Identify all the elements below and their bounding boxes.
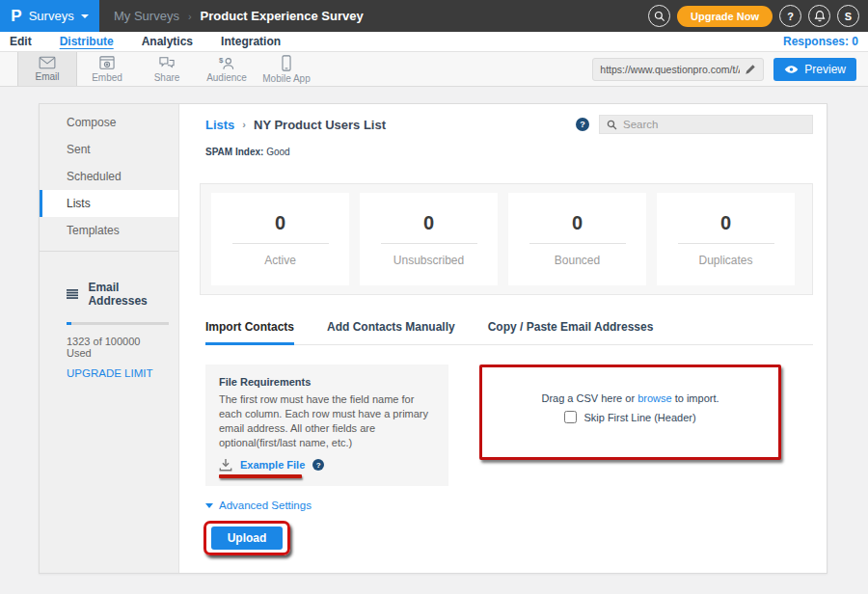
annotation-red-box: Upload [203, 521, 290, 555]
stat-card-bounced: 0 Bounced [508, 193, 646, 285]
stat-divider [381, 243, 477, 244]
email-usage-progressbar [67, 322, 169, 325]
import-text: to import. [675, 392, 719, 404]
bell-icon [814, 10, 826, 22]
annotation-red-underline [219, 474, 302, 478]
skip-first-line-label: Skip First Line (Header) [583, 412, 695, 423]
survey-breadcrumb: My Surveys › Product Experience Survey [114, 9, 364, 23]
stat-value: 0 [720, 212, 731, 234]
audience-icon: $ [218, 56, 235, 70]
upgrade-limit-link[interactable]: UPGRADE LIMIT [67, 367, 165, 379]
search-icon [607, 120, 617, 130]
user-avatar[interactable]: S [837, 5, 859, 27]
preview-button[interactable]: Preview [773, 58, 856, 81]
stat-label: Active [264, 254, 296, 267]
help-button[interactable]: ? [779, 5, 801, 27]
list-name: NY Product Users List [254, 118, 386, 132]
spam-index: SPAM Index: Good [205, 147, 813, 157]
upload-button[interactable]: Upload [211, 526, 283, 550]
help-icon[interactable]: ? [576, 118, 589, 131]
survey-section-nav: Edit Distribute Analytics Integration Re… [0, 32, 868, 51]
stat-divider [232, 243, 329, 244]
stat-label: Duplicates [698, 254, 752, 267]
questionpro-logo: P [11, 7, 21, 26]
stat-divider [529, 243, 626, 244]
email-sidebar-nav: Compose Sent Scheduled Lists Templates [40, 104, 178, 244]
tab-edit[interactable]: Edit [10, 35, 32, 48]
share-icon [158, 56, 176, 70]
contact-search-input[interactable] [623, 119, 805, 130]
breadcrumb-separator: › [242, 119, 246, 130]
top-navbar: P Surveys My Surveys › Product Experienc… [0, 0, 868, 32]
tool-email[interactable]: Email [17, 52, 77, 86]
contact-tabs: Import Contacts Add Contacts Manually Co… [205, 320, 813, 345]
tool-share[interactable]: Share [137, 52, 197, 86]
stat-label: Unsubscribed [393, 254, 464, 267]
stat-card-active: 0 Active [211, 193, 349, 285]
topbar-actions: Upgrade Now ? S [648, 5, 868, 27]
tool-audience-label: Audience [206, 72, 247, 83]
tab-integration[interactable]: Integration [221, 35, 281, 48]
stat-value: 0 [275, 212, 285, 234]
tab-import-contacts[interactable]: Import Contacts [205, 320, 294, 345]
stat-card-unsubscribed: 0 Unsubscribed [360, 193, 498, 285]
sidebar-item-lists[interactable]: Lists [40, 190, 178, 217]
questionpro-distribute-page: P Surveys My Surveys › Product Experienc… [0, 0, 868, 594]
file-requirements-body: The first row must have the field name f… [219, 392, 435, 449]
list-detail-main: Lists › NY Product Users List ? SPAM Ind… [179, 104, 827, 573]
edit-url-pencil-icon[interactable] [745, 64, 756, 75]
example-file-help-icon[interactable]: ? [312, 459, 324, 471]
email-distribution-panel: Compose Sent Scheduled Lists Templates E… [39, 103, 827, 574]
stat-value: 0 [423, 212, 434, 234]
sidebar-item-scheduled[interactable]: Scheduled [40, 163, 178, 190]
preview-label: Preview [804, 63, 846, 76]
list-icon [67, 288, 78, 300]
embed-icon [99, 56, 115, 70]
responses-count[interactable]: Responses: 0 [783, 35, 858, 48]
dropzone-instruction: Drag a CSV here or browse to import. [541, 392, 719, 404]
sidebar-item-sent[interactable]: Sent [40, 136, 178, 163]
notifications-button[interactable] [808, 5, 830, 27]
sidebar-item-compose[interactable]: Compose [40, 109, 178, 136]
upgrade-now-button[interactable]: Upgrade Now [677, 6, 773, 27]
tool-mobile-app-label: Mobile App [262, 73, 310, 84]
email-addresses-block: Email Addresses 1323 of 100000 Used UPGR… [40, 252, 178, 379]
browse-link[interactable]: browse [637, 392, 671, 404]
breadcrumb-separator: › [188, 11, 192, 22]
tool-embed[interactable]: Embed [77, 52, 137, 86]
skip-first-line-checkbox[interactable] [564, 411, 577, 423]
breadcrumb-my-surveys[interactable]: My Surveys [114, 9, 179, 23]
advanced-settings-toggle[interactable]: Advanced Settings [205, 500, 312, 511]
tab-add-contacts-manually[interactable]: Add Contacts Manually [327, 320, 455, 344]
list-breadcrumb: Lists › NY Product Users List [205, 118, 386, 132]
download-icon [219, 458, 232, 472]
tab-copy-paste-email-addresses[interactable]: Copy / Paste Email Addresses [488, 320, 654, 344]
email-usage-progress-fill [67, 322, 71, 325]
tool-audience[interactable]: $ Audience [197, 52, 257, 86]
sidebar-item-templates[interactable]: Templates [40, 217, 178, 244]
survey-url-input[interactable] [600, 64, 740, 75]
example-file-link[interactable]: Example File [240, 459, 305, 471]
tool-email-label: Email [35, 71, 59, 82]
advanced-settings-label: Advanced Settings [219, 500, 312, 511]
stat-label: Bounced [555, 254, 600, 267]
tool-mobile-app[interactable]: Mobile App [257, 52, 316, 86]
csv-dropzone-annotated[interactable]: Drag a CSV here or browse to import. Ski… [479, 364, 781, 460]
chevron-down-icon [81, 14, 89, 18]
tab-analytics[interactable]: Analytics [142, 35, 193, 48]
email-sidebar: Compose Sent Scheduled Lists Templates E… [40, 104, 179, 573]
mobile-app-icon [281, 55, 292, 71]
tab-distribute[interactable]: Distribute [60, 35, 114, 48]
surveys-product-menu[interactable]: P Surveys [0, 0, 99, 32]
search-button[interactable] [648, 5, 670, 27]
contact-search-box [599, 115, 813, 134]
surveys-menu-label: Surveys [29, 9, 74, 23]
survey-url-box [592, 58, 764, 81]
toolbar-right: Preview [592, 52, 868, 86]
stat-card-duplicates: 0 Duplicates [657, 193, 795, 285]
breadcrumb-lists-link[interactable]: Lists [205, 118, 234, 132]
email-addresses-title: Email Addresses [88, 281, 165, 308]
stat-divider [678, 243, 774, 244]
spam-index-label: SPAM Index: [205, 147, 263, 157]
spam-index-value: Good [266, 147, 289, 157]
